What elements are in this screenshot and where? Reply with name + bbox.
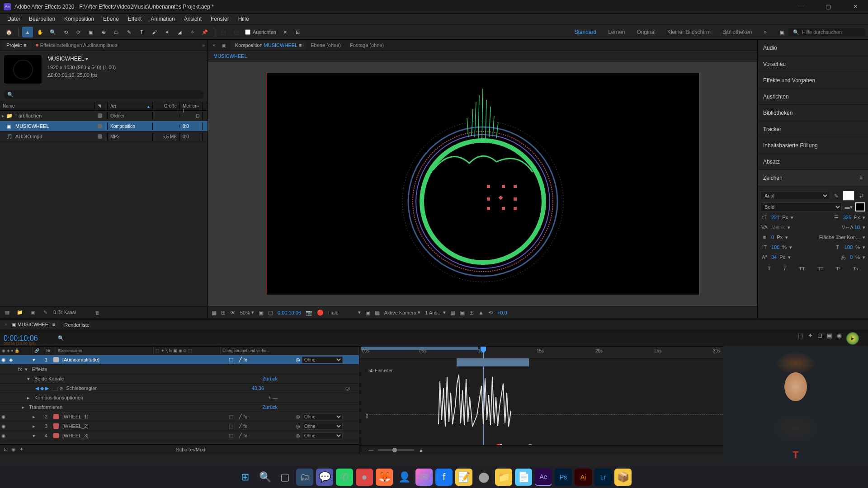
prop-comp-options[interactable]: ▸Kompositionsoptionen + — bbox=[0, 393, 359, 403]
new-folder-btn[interactable]: 📁 bbox=[15, 308, 24, 317]
workspace-lernen[interactable]: Lernen bbox=[608, 29, 625, 35]
footer-timecode[interactable]: 0:00:10:06 bbox=[278, 310, 301, 315]
puppet-tool[interactable]: 📌 bbox=[199, 27, 210, 38]
graph-editor-btn[interactable]: ▸ bbox=[846, 332, 859, 345]
tracking-value[interactable]: 10 bbox=[854, 225, 860, 230]
layer-row-1[interactable]: ◉◈ ▾ 1 [Audioamplitude] ⬚ ╱ fx ◎Ohne bbox=[0, 355, 359, 365]
panel-more[interactable]: » bbox=[202, 42, 208, 48]
panel-audio[interactable]: Audio bbox=[758, 40, 868, 56]
all-caps[interactable]: TT bbox=[799, 266, 805, 272]
col-label[interactable]: ◥ bbox=[95, 102, 108, 110]
exposure-value[interactable]: +0,0 bbox=[497, 310, 507, 315]
roto-tool[interactable]: ✧ bbox=[187, 27, 198, 38]
workspace-standard[interactable]: Standard bbox=[574, 29, 596, 35]
taskbar-messenger[interactable]: ✉ bbox=[415, 469, 433, 486]
zoom-tool[interactable]: 🔍 bbox=[47, 27, 58, 38]
selection-tool[interactable]: ▲ bbox=[22, 27, 33, 38]
help-search-input[interactable] bbox=[802, 29, 861, 35]
project-item-audio[interactable]: 🎵 AUDIO.mp3 MP3 5,5 MB 0:0 bbox=[0, 131, 208, 142]
menu-datei[interactable]: Datei bbox=[3, 16, 24, 22]
camera-dropdown[interactable]: Aktive Kamera▾ bbox=[384, 310, 421, 315]
taskbar-app3[interactable]: 📦 bbox=[614, 469, 632, 486]
camera-tool[interactable]: ▣ bbox=[85, 27, 96, 38]
rect-tool[interactable]: ▭ bbox=[111, 27, 122, 38]
menu-komposition[interactable]: Komposition bbox=[60, 16, 99, 22]
small-caps[interactable]: Tᴛ bbox=[818, 266, 824, 272]
menu-ebene[interactable]: Ebene bbox=[99, 16, 123, 22]
fill-color[interactable] bbox=[843, 191, 854, 201]
kerning-value[interactable]: Metrik bbox=[771, 225, 785, 230]
faux-italic[interactable]: T bbox=[783, 266, 787, 272]
menu-bearbeiten[interactable]: Bearbeiten bbox=[24, 16, 60, 22]
taskbar-firefox[interactable]: 🦊 bbox=[376, 469, 393, 486]
home-tool[interactable]: 🏠 bbox=[4, 27, 14, 38]
subscript[interactable]: T₁ bbox=[853, 266, 858, 272]
menu-ansicht[interactable]: Ansicht bbox=[179, 16, 206, 22]
roi-btn[interactable]: ▣ bbox=[365, 310, 370, 316]
taskbar-ps[interactable]: Ps bbox=[555, 469, 572, 486]
eraser-tool[interactable]: ◢ bbox=[174, 27, 185, 38]
leading-value[interactable]: 325 bbox=[843, 215, 851, 220]
res-btn2[interactable]: ▢ bbox=[268, 310, 273, 316]
zoom-dropdown[interactable]: 50%▾ bbox=[240, 310, 254, 315]
comp-tab-ebene[interactable]: Ebene (ohne) bbox=[306, 41, 345, 50]
text-tool[interactable]: T bbox=[136, 27, 147, 38]
comp-tab-lock[interactable]: × bbox=[208, 41, 217, 50]
prop-transform[interactable]: ▸Transformieren Zurück bbox=[0, 403, 359, 412]
menu-fenster[interactable]: Fenster bbox=[206, 16, 234, 22]
pen-tool[interactable]: ✎ bbox=[123, 27, 134, 38]
tsume-value[interactable]: 0 bbox=[850, 254, 853, 260]
menu-animation[interactable]: Animation bbox=[146, 16, 179, 22]
stroke-order[interactable]: Fläche über Kon... bbox=[819, 235, 860, 240]
frame-blend-btn[interactable]: ▣ bbox=[827, 332, 832, 345]
motion-blur-btn[interactable]: ◉ bbox=[837, 332, 842, 345]
project-search-input[interactable]: 🔍 bbox=[4, 90, 204, 99]
toggle-brain[interactable]: ✦ bbox=[19, 446, 24, 452]
grid-btn[interactable]: ⊞ bbox=[221, 310, 226, 316]
comp-tab-footage[interactable]: Footage (ohne) bbox=[345, 41, 388, 50]
workspace-more[interactable]: » bbox=[764, 29, 767, 35]
timeline-search[interactable]: 🔍 bbox=[58, 335, 184, 341]
workspace-toggle[interactable]: ▣ bbox=[777, 27, 788, 38]
taskbar-notepad[interactable]: 📄 bbox=[515, 469, 532, 486]
taskbar-search[interactable]: 🔍 bbox=[256, 469, 274, 486]
panel-effekte[interactable]: Effekte und Vorgaben bbox=[758, 72, 868, 89]
zoom-out-btn[interactable]: — bbox=[368, 447, 373, 453]
timeline-tab-render[interactable]: Renderliste bbox=[60, 321, 94, 329]
comp-flowchart-btn[interactable]: ⬚ bbox=[798, 332, 803, 345]
panel-zeichen[interactable]: Zeichen≡ bbox=[758, 170, 868, 186]
shy-btn[interactable]: ⊡ bbox=[817, 332, 822, 345]
stroke-color[interactable] bbox=[855, 202, 865, 211]
layer-row-4[interactable]: ◉ ▾ 4 [WHEEL_3] ⬚ ╱ fx ◎Ohne bbox=[0, 431, 359, 441]
comp-dropdown-icon[interactable]: ▾ bbox=[85, 56, 88, 62]
project-item-comp[interactable]: ▣ MUSICWHEEL Komposition 0:0 bbox=[0, 121, 208, 131]
taskbar-obs[interactable]: ⬤ bbox=[475, 469, 492, 486]
taskbar-lr[interactable]: Lr bbox=[594, 469, 612, 486]
hscale-value[interactable]: 100 bbox=[844, 244, 853, 250]
stamp-tool[interactable]: ✦ bbox=[161, 27, 172, 38]
toggle-modes[interactable]: ◉ bbox=[11, 446, 16, 452]
panel-fuellung[interactable]: Inhaltsbasierte Füllung bbox=[758, 137, 868, 154]
stroke-dropdown[interactable]: ▬▾ bbox=[844, 203, 853, 211]
snap-settings[interactable]: ⊡ bbox=[292, 27, 303, 38]
font-family-select[interactable]: Arial bbox=[760, 191, 829, 200]
resolution-dropdown[interactable]: Halb▾ bbox=[328, 310, 361, 315]
pan-behind-tool[interactable]: ⊕ bbox=[98, 27, 109, 38]
panel-bibliotheken[interactable]: Bibliotheken bbox=[758, 105, 868, 121]
composition-viewport[interactable] bbox=[208, 61, 757, 306]
panel-tracker[interactable]: Tracker bbox=[758, 121, 868, 137]
prop-slider[interactable]: ◀ ◆ ▶ ⬚ ⊵ Schieberegler 48,36 ◎ bbox=[0, 384, 359, 393]
res-btn1[interactable]: ▣ bbox=[259, 310, 264, 316]
project-item-folder[interactable]: ▸📁 Farbflächen Ordner ⊡ bbox=[0, 111, 208, 121]
hand-tool[interactable]: ✋ bbox=[35, 27, 46, 38]
menu-effekt[interactable]: Effekt bbox=[123, 16, 146, 22]
swap-colors-icon[interactable]: ⇄ bbox=[857, 192, 865, 200]
col-size[interactable]: Größe bbox=[153, 102, 180, 110]
taskbar-teams[interactable]: 💬 bbox=[316, 469, 333, 486]
tool-option-1[interactable]: ⬚ bbox=[218, 27, 229, 38]
snapshot-btn[interactable]: 📷 bbox=[306, 310, 312, 316]
project-tab[interactable]: Projekt ≡ bbox=[2, 41, 31, 50]
rotate-tool[interactable]: ⟳ bbox=[73, 27, 84, 38]
window-close[interactable]: ✕ bbox=[846, 3, 864, 10]
comp-tab-main[interactable]: Komposition MUSICWHEEL ≡ bbox=[231, 41, 306, 50]
